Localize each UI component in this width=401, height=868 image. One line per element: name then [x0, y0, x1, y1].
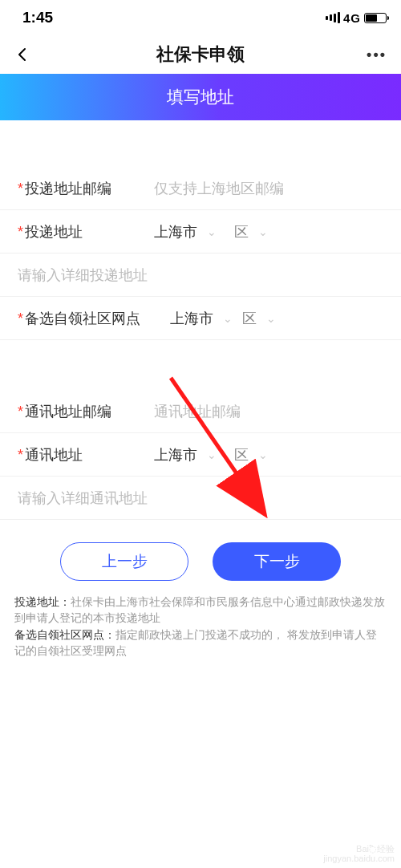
delivery-postcode-input[interactable]: 仅支持上海地区邮编 [154, 179, 284, 198]
contact-section: *通讯地址邮编 通讯地址邮编 *通讯地址 上海市 ⌄ 区 ⌄ 请输入详细通讯地址 [0, 390, 401, 520]
nav-bar: 社保卡申领 ••• [0, 35, 401, 74]
pickup-city-picker[interactable]: 上海市 ⌄ [170, 309, 242, 328]
network-label: 4G [343, 11, 361, 25]
chevron-down-icon: ⌄ [207, 448, 217, 461]
contact-postcode-input[interactable]: 通讯地址邮编 [154, 402, 241, 421]
field-label: *通讯地址邮编 [18, 402, 154, 421]
contact-city-picker[interactable]: 上海市 ⌄ [154, 445, 234, 464]
contact-detail-input[interactable]: 请输入详细通讯地址 [0, 477, 401, 520]
delivery-district-picker[interactable]: 区 ⌄ [234, 222, 383, 241]
note-pickup: 备选自领社区网点：指定邮政快递上门投递不成功的， 将发放到申请人登记的自领社区受… [14, 627, 387, 659]
chevron-left-icon [15, 47, 30, 62]
field-label: *备选自领社区网点 [18, 309, 170, 328]
battery-icon [364, 13, 387, 23]
chevron-down-icon: ⌄ [258, 448, 268, 461]
contact-postcode-row[interactable]: *通讯地址邮编 通讯地址邮编 [0, 390, 401, 433]
delivery-detail-input[interactable]: 请输入详细投递地址 [0, 254, 401, 297]
delivery-city-picker[interactable]: 上海市 ⌄ [154, 222, 234, 241]
chevron-down-icon: ⌄ [266, 312, 276, 325]
prev-button[interactable]: 上一步 [60, 542, 188, 581]
status-time: 1:45 [22, 9, 53, 26]
more-button[interactable]: ••• [367, 47, 387, 63]
watermark: Bai߱经验 jingyan.baidu.com [323, 844, 395, 863]
contact-address-row: *通讯地址 上海市 ⌄ 区 ⌄ [0, 433, 401, 477]
field-label: *投递地址邮编 [18, 179, 154, 198]
note-delivery: 投递地址：社保卡由上海市社会保障和市民服务信息中心通过邮政快递发放到申请人登记的… [14, 594, 387, 627]
delivery-section: *投递地址邮编 仅支持上海地区邮编 *投递地址 上海市 ⌄ 区 ⌄ 请输入详细投… [0, 167, 401, 340]
next-button[interactable]: 下一步 [213, 542, 341, 581]
field-label: *投递地址 [18, 222, 154, 241]
banner-title: 填写地址 [167, 86, 234, 108]
step-banner: 填写地址 [0, 74, 401, 120]
signal-icon [326, 12, 340, 23]
chevron-down-icon: ⌄ [223, 312, 233, 325]
spacer [0, 340, 401, 390]
pickup-district-picker[interactable]: 区 ⌄ [242, 309, 383, 328]
field-label: *通讯地址 [18, 445, 154, 464]
back-button[interactable] [11, 43, 34, 66]
pickup-point-row: *备选自领社区网点 上海市 ⌄ 区 ⌄ [0, 297, 401, 340]
status-right: 4G [326, 11, 387, 25]
page-title: 社保卡申领 [156, 43, 245, 67]
contact-district-picker[interactable]: 区 ⌄ [234, 445, 383, 464]
status-bar: 1:45 4G [0, 0, 401, 35]
delivery-postcode-row[interactable]: *投递地址邮编 仅支持上海地区邮编 [0, 167, 401, 210]
notes: 投递地址：社保卡由上海市社会保障和市民服务信息中心通过邮政快递发放到申请人登记的… [0, 594, 401, 659]
chevron-down-icon: ⌄ [207, 225, 217, 238]
button-row: 上一步 下一步 [0, 520, 401, 594]
chevron-down-icon: ⌄ [258, 225, 268, 238]
spacer [0, 120, 401, 167]
delivery-address-row: *投递地址 上海市 ⌄ 区 ⌄ [0, 210, 401, 254]
